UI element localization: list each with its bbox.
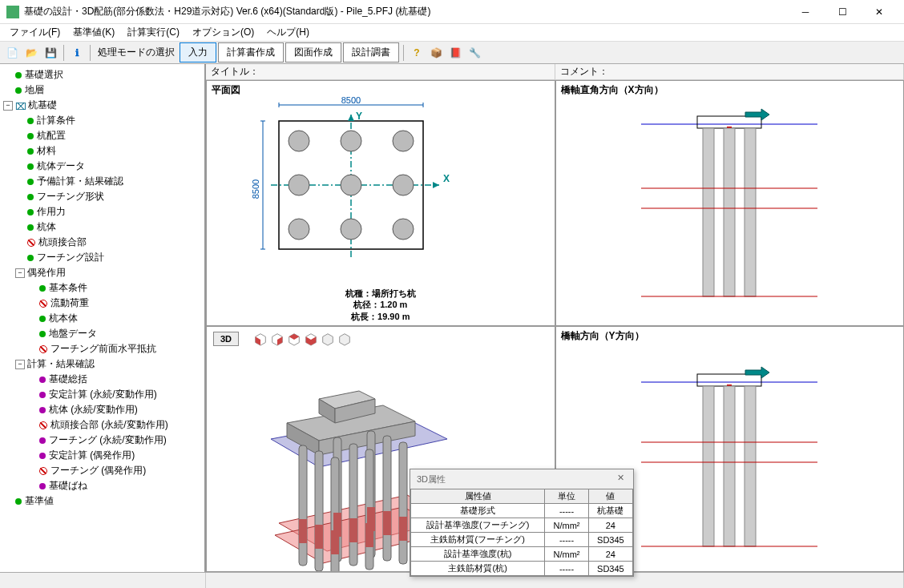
svg-rect-76 <box>724 386 735 546</box>
svg-point-21 <box>289 219 309 240</box>
mode-design-report-button[interactable]: 設計調書 <box>343 42 399 62</box>
expander-icon[interactable]: − <box>3 101 13 111</box>
tree-node-spring[interactable]: 基礎ばね <box>3 478 201 493</box>
svg-rect-67 <box>383 511 391 535</box>
svg-rect-75 <box>703 386 714 546</box>
menu-file[interactable]: ファイル(F) <box>3 24 67 41</box>
cube-icon-2[interactable] <box>270 332 285 346</box>
cube-icon-4[interactable] <box>304 332 318 346</box>
open-file-icon[interactable]: 📂 <box>22 44 40 62</box>
x-elev-svg <box>625 100 833 308</box>
tree-node-pile-foundation[interactable]: −⌧杭基礎 <box>3 98 201 113</box>
new-file-icon[interactable]: 📄 <box>3 44 21 62</box>
expander-icon[interactable]: − <box>15 360 25 369</box>
tree-node-standard[interactable]: 基準値 <box>3 493 201 509</box>
tree-node-head-pv[interactable]: 杭頭接合部 (永続/変動作用) <box>3 417 201 433</box>
tree-node-ground-data[interactable]: 地盤データ <box>3 326 201 341</box>
svg-point-15 <box>289 131 309 151</box>
title-bar: 基礎の設計・3D配筋(部分係数法・H29道示対応) Ver.6 (x64)(St… <box>0 0 904 24</box>
tree-node-prelim-calc[interactable]: 予備計算・結果確認 <box>3 174 201 189</box>
svg-point-22 <box>341 219 361 240</box>
tree-node-footing-pv[interactable]: フーチング (永続/変動作用) <box>3 433 201 448</box>
svg-rect-58 <box>383 436 391 561</box>
tree-node-pile-body[interactable]: 杭体 <box>3 219 201 235</box>
tree-node-accidental[interactable]: −偶発作用 <box>3 265 201 280</box>
table-row: 基礎形式-----杭基礎 <box>411 504 633 518</box>
tree-node-stratum[interactable]: 地層 <box>3 83 201 98</box>
cube-icon-1[interactable] <box>253 332 268 346</box>
title-label: タイトル： <box>206 64 555 79</box>
settings-icon[interactable]: 🔧 <box>466 44 483 62</box>
svg-marker-43 <box>340 334 350 345</box>
pile-info: 杭種：場所打ち杭 杭径：1.20 m 杭長：19.90 m <box>345 288 416 322</box>
tree-node-pile-head[interactable]: 杭頭接合部 <box>3 235 201 250</box>
save-file-icon[interactable]: 💾 <box>42 44 59 62</box>
table-row: 主鉄筋材質(杭)-----SD345 <box>411 562 633 576</box>
svg-rect-28 <box>703 128 714 296</box>
cube-icon[interactable]: 📦 <box>427 44 445 62</box>
plan-view[interactable]: 平面図 8500 8500 X Y <box>206 80 555 326</box>
svg-rect-77 <box>745 386 756 546</box>
close-button[interactable]: ✕ <box>861 0 898 24</box>
table-row: 設計基準強度(フーチング)N/mm²24 <box>411 518 633 533</box>
tree-node-material[interactable]: 材料 <box>3 143 201 159</box>
maximize-button[interactable]: ☐ <box>824 0 861 24</box>
app-icon <box>6 6 19 18</box>
svg-point-19 <box>341 175 361 195</box>
x-elevation-view[interactable]: 橋軸直角方向（X方向） <box>555 80 905 326</box>
svg-rect-66 <box>349 518 357 542</box>
help-icon[interactable]: ? <box>408 44 426 62</box>
tree-node-pile-main[interactable]: 杭本体 <box>3 311 201 326</box>
tree-node-calc-result[interactable]: −計算・結果確認 <box>3 356 201 372</box>
svg-point-18 <box>289 175 309 195</box>
panel-close-icon[interactable]: ✕ <box>614 473 627 485</box>
plan-view-title: 平面図 <box>212 83 240 97</box>
menu-calc[interactable]: 計算実行(C) <box>121 24 186 41</box>
pdf-icon[interactable]: 📕 <box>446 44 464 62</box>
tree-node-pile-pv[interactable]: 杭体 (永続/変動作用) <box>3 402 201 417</box>
tree-node-summary[interactable]: 基礎総括 <box>3 372 201 387</box>
cube-icon-6[interactable] <box>337 332 352 346</box>
view-cube-row <box>253 332 352 346</box>
mode-input-button[interactable]: 入力 <box>180 42 216 62</box>
tree-node-footing-design[interactable]: フーチング設計 <box>3 250 201 265</box>
tree-node-stable-pv[interactable]: 安定計算 (永続/変動作用) <box>3 387 201 402</box>
tree-node-pile-layout[interactable]: 杭配置 <box>3 128 201 143</box>
table-row: 設計基準強度(杭)N/mm²24 <box>411 547 633 562</box>
svg-rect-65 <box>315 525 323 549</box>
y-elev-svg <box>625 346 833 554</box>
svg-rect-68 <box>331 530 339 554</box>
info-icon[interactable]: ℹ <box>68 44 86 62</box>
cube-icon-5[interactable] <box>321 332 335 346</box>
svg-rect-56 <box>315 451 323 571</box>
svg-text:Y: Y <box>356 111 362 122</box>
svg-marker-73 <box>745 367 769 378</box>
tree-node-footing-shape[interactable]: フーチング形状 <box>3 189 201 204</box>
cube-icon-3[interactable] <box>287 332 301 346</box>
tree-node-foundation-select[interactable]: 基礎選択 <box>3 67 201 83</box>
menu-help[interactable]: ヘルプ(H) <box>260 24 316 41</box>
tree-node-force[interactable]: 作用力 <box>3 204 201 219</box>
svg-text:8500: 8500 <box>341 97 361 105</box>
expander-icon[interactable]: − <box>15 268 25 278</box>
svg-rect-25 <box>697 116 761 128</box>
menu-option[interactable]: オプション(O) <box>186 24 260 41</box>
tree-node-footing-acc[interactable]: フーチング (偶発作用) <box>3 463 201 478</box>
tree-node-calc-cond[interactable]: 計算条件 <box>3 113 201 128</box>
tree-node-stable-acc[interactable]: 安定計算 (偶発作用) <box>3 448 201 463</box>
svg-rect-53 <box>299 445 307 566</box>
attribute-table: 属性値単位値 基礎形式-----杭基礎 設計基準強度(フーチング)N/mm²24… <box>410 489 633 576</box>
mode-report-button[interactable]: 計算書作成 <box>218 42 284 62</box>
tree-node-flow-load[interactable]: 流動荷重 <box>3 296 201 311</box>
3d-attribute-panel[interactable]: 3D属性 ✕ 属性値単位値 基礎形式-----杭基礎 設計基準強度(フーチング)… <box>410 469 634 577</box>
3d-button[interactable]: 3D <box>213 332 239 346</box>
tree-node-footing-front[interactable]: フーチング前面水平抵抗 <box>3 341 201 356</box>
comment-label: コメント： <box>555 64 905 79</box>
menu-standard[interactable]: 基準値(K) <box>67 24 121 41</box>
tree-node-basic-cond[interactable]: 基本条件 <box>3 280 201 296</box>
minimize-button[interactable]: ─ <box>787 0 824 24</box>
mode-drawing-button[interactable]: 図面作成 <box>285 42 341 62</box>
svg-marker-42 <box>323 334 333 345</box>
tree-panel[interactable]: 基礎選択 地層 −⌧杭基礎 計算条件 杭配置 材料 杭体データ 予備計算・結果確… <box>0 64 206 572</box>
tree-node-pile-data[interactable]: 杭体データ <box>3 159 201 174</box>
